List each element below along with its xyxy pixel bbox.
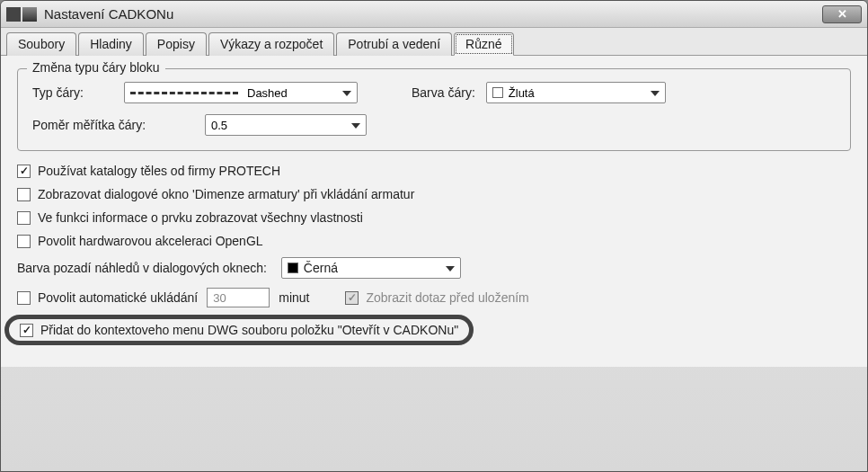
check-protech-label: Používat katalogy těles od firmy PROTECH — [38, 164, 280, 178]
app-icon-1 — [6, 7, 21, 22]
tab-soubory[interactable]: Soubory — [6, 32, 76, 56]
group-line-change: Změna typu čáry bloku Typ čáry: Dashed B… — [17, 68, 851, 151]
check-info-label: Ve funkci informace o prvku zobrazovat v… — [38, 210, 363, 225]
scale-label: Poměr měřítka čáry: — [32, 118, 194, 132]
check-opengl[interactable] — [17, 235, 31, 248]
titlebar: Nastavení CADKONu ✕ — [1, 1, 867, 28]
linecolor-combo[interactable]: Žlutá — [486, 82, 666, 103]
check-context-menu[interactable] — [20, 324, 33, 337]
linetype-combo[interactable]: Dashed — [124, 82, 358, 103]
check-autosave[interactable] — [17, 291, 31, 305]
settings-window: Nastavení CADKONu ✕ Soubory Hladiny Popi… — [0, 0, 868, 472]
scale-combo[interactable]: 0.5 — [205, 114, 367, 136]
dashed-preview-icon — [130, 92, 238, 94]
check-info[interactable] — [17, 211, 31, 225]
check-dimenze-label: Zobrazovat dialogové okno 'Dimenze armat… — [38, 187, 414, 201]
app-icons — [6, 7, 37, 22]
bgcolor-swatch-icon — [288, 263, 298, 273]
check-dimenze[interactable] — [17, 188, 31, 201]
autosave-interval-input[interactable] — [207, 288, 270, 307]
tab-vykazy[interactable]: Výkazy a rozpočet — [208, 32, 334, 56]
linetype-value: Dashed — [247, 86, 288, 100]
bgcolor-label: Barva pozadí náhledů v dialogových oknec… — [17, 261, 267, 275]
close-button[interactable]: ✕ — [822, 5, 862, 23]
tab-hladiny[interactable]: Hladiny — [78, 32, 144, 56]
app-icon-2 — [22, 7, 37, 22]
window-title: Nastavení CADKONu — [44, 6, 822, 22]
tab-ruzne[interactable]: Různé — [454, 32, 513, 56]
linecolor-label: Barva čáry: — [412, 85, 475, 100]
bgcolor-combo[interactable]: Černá — [281, 257, 461, 279]
highlight-ring: Přidat do kontextoveho menu DWG souboru … — [4, 315, 474, 345]
bgcolor-value: Černá — [304, 261, 338, 275]
check-opengl-label: Povolit hardwarovou akceleraci OpenGL — [38, 234, 263, 248]
group-title: Změna typu čáry bloku — [27, 60, 165, 75]
tab-bar: Soubory Hladiny Popisy Výkazy a rozpočet… — [1, 28, 867, 56]
check-confirm-save — [345, 291, 359, 305]
color-swatch-icon — [492, 87, 503, 98]
check-confirm-save-label: Zobrazit dotaz před uložením — [366, 290, 528, 305]
check-context-menu-label: Přidat do kontextoveho menu DWG souboru … — [40, 323, 458, 337]
tab-content: Změna typu čáry bloku Typ čáry: Dashed B… — [1, 56, 867, 367]
minutes-label: minut — [279, 290, 309, 305]
tab-potrubi[interactable]: Potrubí a vedení — [336, 32, 452, 56]
linetype-label: Typ čáry: — [32, 85, 113, 100]
scale-value: 0.5 — [211, 119, 227, 132]
linecolor-value: Žlutá — [509, 86, 535, 100]
tab-popisy[interactable]: Popisy — [146, 32, 207, 56]
check-autosave-label: Povolit automatické ukládání — [38, 290, 198, 305]
check-protech[interactable] — [17, 165, 31, 178]
